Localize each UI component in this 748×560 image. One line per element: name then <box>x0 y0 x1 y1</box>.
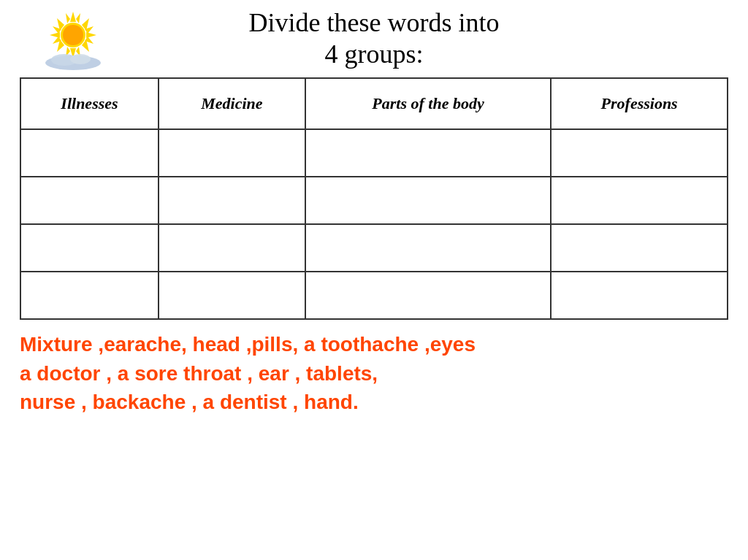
words-line1: Mixture ,earache, head ,pills, a toothac… <box>20 330 728 358</box>
title-line1: Divide these words into <box>249 8 500 37</box>
cell <box>20 224 159 272</box>
words-section: Mixture ,earache, head ,pills, a toothac… <box>20 330 728 416</box>
table-row <box>20 272 728 319</box>
cell <box>551 177 728 224</box>
cell <box>551 224 728 272</box>
table-row <box>20 177 728 224</box>
cell <box>20 129 159 177</box>
cell <box>305 129 551 177</box>
cell <box>551 272 728 319</box>
title-line2: 4 groups: <box>324 39 423 69</box>
cell <box>305 224 551 272</box>
table-row <box>20 129 728 177</box>
svg-marker-0 <box>70 12 76 22</box>
cell <box>305 177 551 224</box>
table-wrapper: Illnesses Medicine Parts of the body Pro… <box>20 77 728 320</box>
header-medicine: Medicine <box>159 78 305 129</box>
svg-point-20 <box>70 54 91 64</box>
cell <box>159 224 305 272</box>
cell <box>159 272 305 319</box>
sun-icon <box>37 7 110 73</box>
cell <box>551 129 728 177</box>
words-line2: a doctor , a sore throat , ear , tablets… <box>20 359 728 388</box>
svg-marker-8 <box>76 13 80 23</box>
cell <box>159 177 305 224</box>
cell <box>305 272 551 319</box>
cell <box>159 129 305 177</box>
svg-point-17 <box>63 25 83 45</box>
header-professions: Professions <box>551 78 728 129</box>
cell <box>20 272 159 319</box>
main-title: Divide these words into 4 groups: <box>249 7 500 70</box>
header-parts-of-body: Parts of the body <box>305 78 551 129</box>
cell <box>20 177 159 224</box>
table-header-row: Illnesses Medicine Parts of the body Pro… <box>20 78 728 129</box>
page: Divide these words into 4 groups: Illnes… <box>0 0 748 560</box>
groups-table: Illnesses Medicine Parts of the body Pro… <box>20 77 728 320</box>
table-row <box>20 224 728 272</box>
svg-marker-15 <box>66 13 70 23</box>
header-area: Divide these words into 4 groups: <box>15 7 733 70</box>
header-illnesses: Illnesses <box>20 78 159 129</box>
words-line3: nurse , backache , a dentist , hand. <box>20 388 728 416</box>
